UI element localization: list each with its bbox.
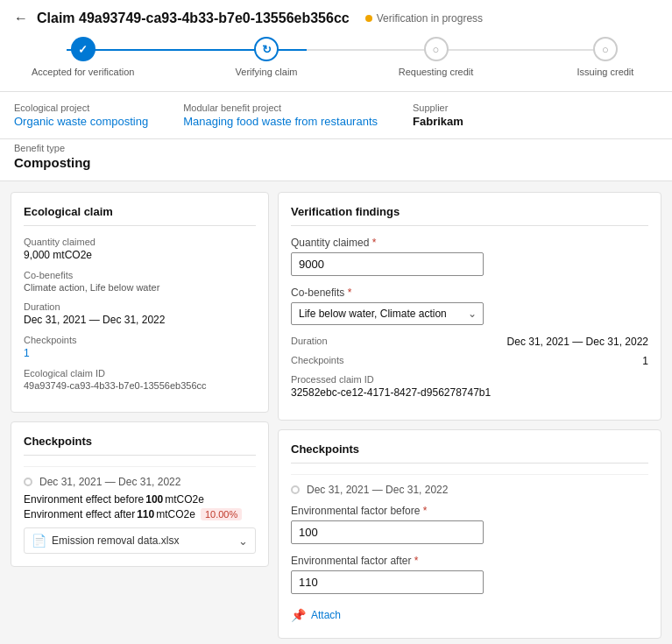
vf-quantity-required: *	[372, 237, 377, 249]
claim-id-label: Ecological claim ID	[24, 368, 256, 379]
env-after-unit: mtCO2e	[156, 508, 195, 520]
claim-title: Claim 49a93749-ca93-4b33-b7e0-13556eb356…	[37, 11, 350, 26]
checkpoint-left-item: Dec 31, 2021 — Dec 31, 2022 Environment …	[24, 466, 256, 554]
status-text: Verification in progress	[377, 12, 483, 25]
quantity-value: 9,000 mtCO2e	[24, 249, 256, 261]
env-after-input[interactable]	[291, 570, 484, 594]
step-issuing: ○ Issuing credit	[570, 37, 640, 77]
checkpoint-dot-icon	[24, 478, 32, 486]
step-requesting: ○ Requesting credit	[399, 37, 474, 77]
main-content: Ecological claim Quantity claimed 9,000 …	[0, 181, 672, 644]
project-info: Ecological project Organic waste compost…	[0, 92, 672, 139]
checkpoints-label: Checkpoints	[24, 335, 256, 345]
vf-quantity-label: Quantity claimed *	[291, 237, 648, 249]
ecological-project-label: Ecological project	[14, 103, 148, 113]
verification-findings-card: Verification findings Quantity claimed *…	[278, 192, 661, 421]
vf-checkpoints-value: 1	[642, 355, 648, 367]
claim-id-field: Ecological claim ID 49a93749-ca93-4b33-b…	[24, 368, 256, 391]
cobenefits-field: Co-benefits Climate action, Life below w…	[24, 270, 256, 293]
checkpoint-left-date: Dec 31, 2021 — Dec 31, 2022	[24, 476, 256, 488]
expand-icon[interactable]: ⌄	[238, 534, 248, 548]
checkpoints-right-card: Checkpoints Dec 31, 2021 — Dec 31, 2022 …	[278, 429, 661, 639]
env-after-form-field: Environmental factor after *	[291, 555, 648, 594]
step-circle-requesting: ○	[424, 37, 449, 61]
duration-label: Duration	[24, 301, 256, 312]
vf-duration-value: Dec 31, 2021 — Dec 31, 2022	[507, 336, 648, 348]
paperclip-icon: 📌	[291, 608, 306, 622]
right-checkpoint-item: Dec 31, 2021 — Dec 31, 2022 Environmenta…	[291, 474, 648, 626]
checkpoints-value[interactable]: 1	[24, 347, 256, 359]
benefit-type-label: Benefit type	[14, 143, 658, 153]
claim-id-value: 49a93749-ca93-4b33-b7e0-13556eb356cc	[24, 380, 256, 391]
right-checkpoint-date: Dec 31, 2021 — Dec 31, 2022	[291, 484, 648, 496]
vf-processed-id-value: 32582ebc-ce12-4171-8427-d956278747b1	[291, 386, 648, 399]
modular-project-value[interactable]: Managing food waste from restaurants	[183, 115, 378, 128]
step-label-verifying: Verifying claim	[236, 67, 298, 77]
vf-checkpoints-label: Checkpoints	[291, 355, 344, 365]
cobenefits-value: Climate action, Life below water	[24, 282, 256, 293]
vf-cobenefits-required: *	[348, 287, 352, 299]
env-after-form-label: Environmental factor after *	[291, 555, 648, 567]
env-before-label: Environment effect before	[24, 493, 144, 506]
vf-cobenefits-label: Co-benefits *	[291, 287, 648, 299]
vf-cobenefits-field: Co-benefits * Life below water, Climate …	[291, 287, 648, 325]
checkpoints-left-card: Checkpoints Dec 31, 2021 — Dec 31, 2022 …	[11, 421, 269, 567]
vf-duration-label: Duration	[291, 336, 328, 346]
right-checkpoint-date-text: Dec 31, 2021 — Dec 31, 2022	[307, 484, 448, 496]
benefit-type-value: Composting	[14, 155, 658, 170]
ecological-claim-title: Ecological claim	[24, 205, 256, 226]
checkpoints-left-title: Checkpoints	[24, 435, 256, 456]
quantity-label: Quantity claimed	[24, 237, 256, 247]
benefit-section: Benefit type Composting	[0, 139, 672, 181]
checkpoints-field: Checkpoints 1	[24, 335, 256, 359]
checkpoints-right-title: Checkpoints	[291, 442, 648, 464]
env-before-form-label: Environmental factor before *	[291, 505, 648, 517]
vf-quantity-field: Quantity claimed *	[291, 237, 648, 276]
env-after-label: Environment effect after	[24, 508, 135, 520]
env-after-value: 110	[137, 508, 154, 520]
env-before-input[interactable]	[291, 520, 484, 544]
step-accepted: ✓ Accepted for verification	[32, 37, 134, 77]
status-badge: Verification in progress	[365, 12, 483, 25]
file-icon: 📄	[32, 534, 46, 548]
step-circle-accepted: ✓	[71, 37, 95, 61]
checkpoint-date-text: Dec 31, 2021 — Dec 31, 2022	[39, 476, 180, 488]
supplier-value: Fabrikam	[413, 115, 463, 128]
step-circle-issuing: ○	[593, 37, 618, 61]
vf-cobenefits-select-wrapper: Life below water, Climate action ⌄	[291, 302, 484, 325]
vf-cobenefits-select[interactable]: Life below water, Climate action	[291, 302, 484, 325]
file-row[interactable]: 📄 Emission removal data.xlsx ⌄	[24, 527, 256, 554]
progress-bar: ✓ Accepted for verification ↻ Verifying …	[14, 37, 658, 91]
ecological-project-value[interactable]: Organic waste composting	[14, 115, 148, 128]
attach-button[interactable]: 📌 Attach	[291, 605, 341, 626]
step-circle-verifying: ↻	[254, 37, 279, 61]
duration-value: Dec 31, 2021 — Dec 31, 2022	[24, 314, 256, 326]
env-before-required: *	[423, 505, 428, 517]
env-before-unit: mtCO2e	[165, 493, 204, 506]
step-label-accepted: Accepted for verification	[32, 67, 134, 77]
env-after-required: *	[414, 555, 419, 567]
env-before-line: Environment effect before 100 mtCO2e	[24, 493, 256, 506]
cobenefits-label: Co-benefits	[24, 270, 256, 280]
file-name: Emission removal data.xlsx	[52, 534, 179, 547]
file-row-left: 📄 Emission removal data.xlsx	[32, 534, 179, 548]
step-verifying: ↻ Verifying claim	[231, 37, 301, 77]
vf-duration-field: Duration Dec 31, 2021 — Dec 31, 2022	[291, 336, 648, 348]
attach-label: Attach	[311, 609, 341, 621]
ecological-project-item: Ecological project Organic waste compost…	[14, 103, 148, 128]
modular-project-label: Modular benefit project	[183, 103, 378, 113]
right-checkpoint-dot-icon	[291, 485, 300, 494]
modular-project-item: Modular benefit project Managing food wa…	[183, 103, 378, 128]
back-button[interactable]: ←	[14, 11, 28, 26]
step-label-requesting: Requesting credit	[399, 67, 474, 77]
env-after-line: Environment effect after 110 mtCO2e 10.0…	[24, 508, 256, 520]
verification-findings-title: Verification findings	[291, 205, 648, 226]
quantity-field: Quantity claimed 9,000 mtCO2e	[24, 237, 256, 261]
ecological-claim-card: Ecological claim Quantity claimed 9,000 …	[11, 192, 269, 413]
vf-quantity-input[interactable]	[291, 252, 484, 276]
env-before-value: 100	[145, 493, 163, 506]
duration-field: Duration Dec 31, 2021 — Dec 31, 2022	[24, 301, 256, 326]
env-before-form-field: Environmental factor before *	[291, 505, 648, 544]
supplier-label: Supplier	[413, 103, 463, 113]
right-panel: Verification findings Quantity claimed *…	[278, 192, 661, 644]
